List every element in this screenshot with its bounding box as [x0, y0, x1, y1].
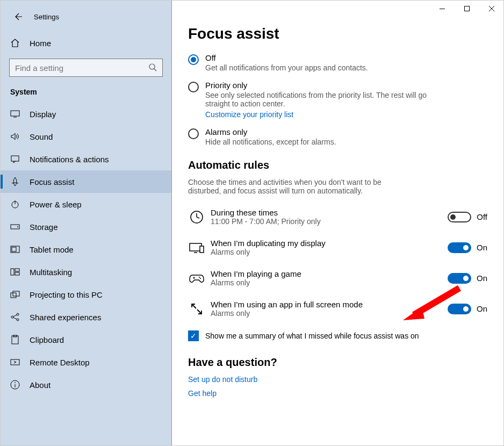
toggle-fullscreen-app[interactable] — [448, 304, 471, 314]
rule-label: When I'm duplicating my display — [211, 239, 442, 248]
svg-rect-27 — [11, 359, 19, 365]
search-icon — [148, 63, 157, 73]
sidebar-item-multitasking[interactable]: Multitasking — [1, 261, 171, 283]
rule-duplicating-display[interactable]: When I'm duplicating my display Alarms o… — [188, 239, 487, 256]
sidebar-item-display[interactable]: Display — [1, 103, 171, 125]
svg-rect-14 — [12, 247, 16, 251]
svg-line-33 — [197, 217, 199, 218]
sidebar-item-clipboard[interactable]: Clipboard — [1, 328, 171, 351]
sidebar: Settings Home System Display Sound Notif… — [1, 1, 171, 445]
nav-label: Display — [30, 110, 56, 119]
clock-icon — [188, 208, 205, 226]
power-icon — [10, 199, 20, 209]
radio-label: Off — [205, 53, 368, 62]
nav-label: Power & sleep — [30, 200, 82, 209]
sidebar-item-storage[interactable]: Storage — [1, 215, 171, 238]
checkbox-label: Show me a summary of what I missed while… — [205, 332, 419, 340]
svg-rect-0 — [440, 9, 445, 9]
projecting-icon — [10, 290, 20, 299]
svg-point-4 — [149, 64, 155, 69]
notifications-icon — [10, 154, 20, 164]
home-label: Home — [30, 39, 51, 48]
customize-priority-list-link[interactable]: Customize your priority list — [205, 110, 293, 119]
rule-during-times[interactable]: During these times 11:00 PM - 7:00 AM; P… — [188, 208, 487, 226]
display-icon — [10, 109, 20, 119]
toggle-duplicating-display[interactable] — [448, 242, 471, 253]
radio-alarms-only[interactable]: Alarms only Hide all notifications, exce… — [188, 127, 487, 146]
toggle-state: On — [477, 304, 487, 313]
checkbox-icon: ✓ — [188, 330, 199, 341]
automatic-rules-description: Choose the times and activities when you… — [188, 178, 414, 195]
maximize-button[interactable] — [455, 0, 479, 17]
radio-button-icon — [188, 128, 199, 139]
sidebar-item-shared-experiences[interactable]: Shared experiences — [1, 306, 171, 328]
radio-description: Hide all notifications, except for alarm… — [205, 138, 336, 146]
nav-label: Remote Desktop — [30, 358, 90, 367]
multitasking-icon — [10, 267, 20, 277]
toggle-playing-game[interactable] — [448, 273, 471, 284]
nav-label: Clipboard — [30, 335, 64, 344]
rule-sub: Alarms only — [211, 248, 442, 256]
svg-point-20 — [11, 316, 13, 318]
svg-rect-15 — [11, 269, 14, 275]
sidebar-item-remote-desktop[interactable]: Remote Desktop — [1, 351, 171, 373]
search-box[interactable] — [9, 59, 163, 77]
have-a-question-heading: Have a question? — [188, 356, 487, 369]
svg-rect-6 — [11, 111, 19, 116]
tablet-icon — [10, 244, 20, 254]
sidebar-item-power-sleep[interactable]: Power & sleep — [1, 193, 171, 215]
remote-desktop-icon — [10, 357, 20, 367]
svg-point-39 — [199, 277, 200, 278]
sound-icon — [10, 132, 20, 141]
nav-label: Shared experiences — [30, 313, 101, 322]
toggle-during-times[interactable] — [448, 212, 471, 222]
set-up-dnd-link[interactable]: Set up do not disturb — [188, 375, 487, 384]
rule-label: When I'm playing a game — [211, 269, 442, 278]
storage-icon — [10, 222, 20, 232]
radio-description: See only selected notifications from the… — [205, 91, 447, 108]
svg-point-22 — [17, 319, 19, 321]
sidebar-item-about[interactable]: About — [1, 373, 171, 396]
rule-sub: 11:00 PM - 7:00 AM; Priority only — [211, 217, 442, 226]
focus-assist-icon — [10, 177, 20, 186]
radio-priority-only[interactable]: Priority only See only selected notifica… — [188, 81, 487, 119]
gamepad-icon — [188, 270, 205, 287]
nav-label: Notifications & actions — [30, 155, 109, 164]
sidebar-section-label: System — [1, 85, 171, 103]
sidebar-item-focus-assist[interactable]: Focus assist — [1, 170, 171, 193]
sidebar-item-projecting[interactable]: Projecting to this PC — [1, 283, 171, 306]
sidebar-item-notifications[interactable]: Notifications & actions — [1, 148, 171, 170]
content-area: Focus assist Off Get all notifications f… — [171, 1, 503, 445]
nav-label: Storage — [30, 222, 58, 232]
radio-label: Alarms only — [205, 127, 336, 136]
clipboard-icon — [10, 335, 20, 344]
svg-rect-36 — [200, 246, 204, 253]
nav-label: Tablet mode — [30, 245, 74, 254]
svg-line-5 — [154, 69, 156, 71]
back-button[interactable] — [10, 9, 25, 24]
svg-line-24 — [13, 318, 17, 319]
radio-button-icon — [188, 54, 199, 65]
svg-line-23 — [13, 315, 17, 316]
search-input[interactable] — [15, 63, 148, 73]
nav-label: Multitasking — [30, 268, 72, 277]
rule-fullscreen-app[interactable]: When I'm using an app in full screen mod… — [188, 300, 487, 318]
close-button[interactable] — [479, 0, 504, 17]
nav-label: Projecting to this PC — [30, 290, 103, 299]
home-icon — [10, 38, 20, 48]
sidebar-item-sound[interactable]: Sound — [1, 125, 171, 148]
radio-button-icon — [188, 82, 199, 92]
summary-checkbox-row[interactable]: ✓ Show me a summary of what I missed whi… — [188, 330, 487, 341]
sidebar-home[interactable]: Home — [1, 33, 171, 53]
shared-icon — [10, 312, 20, 322]
window-title: Settings — [34, 13, 59, 21]
get-help-link[interactable]: Get help — [188, 389, 487, 398]
rule-label: When I'm using an app in full screen mod… — [211, 300, 442, 309]
rule-sub: Alarms only — [211, 309, 442, 318]
sidebar-item-tablet-mode[interactable]: Tablet mode — [1, 238, 171, 261]
radio-off[interactable]: Off Get all notifications from your apps… — [188, 53, 487, 72]
svg-rect-17 — [15, 272, 19, 275]
radio-label: Priority only — [205, 81, 447, 90]
rule-playing-game[interactable]: When I'm playing a game Alarms only On — [188, 269, 487, 287]
minimize-button[interactable] — [430, 0, 455, 17]
